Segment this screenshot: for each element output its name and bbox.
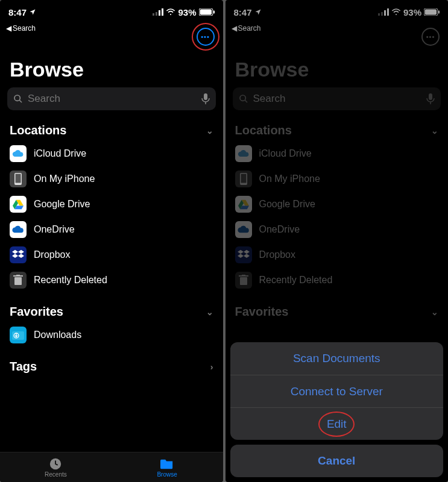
more-button[interactable]: ••• (197, 28, 215, 46)
row-recently-deleted[interactable]: Recently Deleted (0, 268, 223, 293)
row-label: Downloads (34, 330, 81, 340)
back-chevron-icon: ◀ (6, 24, 11, 33)
sheet-label: Scan Documents (293, 352, 380, 365)
folder-icon (160, 457, 174, 471)
sheet-label: Cancel (318, 454, 355, 468)
locations-title: Locations (10, 124, 66, 137)
row-google-drive[interactable]: Google Drive (0, 192, 223, 217)
tab-bar: Recents Browse (0, 452, 223, 482)
sheet-connect-to-server[interactable]: Connect to Server (230, 375, 444, 407)
battery-text: 93% (178, 7, 196, 17)
row-label: Recently Deleted (34, 275, 107, 286)
ellipsis-icon: ••• (201, 33, 210, 40)
row-label: Google Drive (34, 199, 90, 210)
svg-rect-10 (204, 93, 207, 100)
svg-marker-19 (12, 254, 18, 258)
svg-rect-6 (200, 10, 212, 15)
status-time: 8:47 (8, 7, 27, 17)
svg-rect-2 (159, 10, 160, 16)
row-icloud-drive[interactable]: iCloud Drive (0, 141, 223, 166)
svg-rect-3 (162, 8, 163, 16)
location-icon (29, 8, 36, 16)
row-downloads[interactable]: Downloads (0, 322, 223, 348)
svg-marker-20 (18, 254, 24, 258)
svg-rect-21 (14, 277, 22, 285)
phone-right: 8:47 93% ◀ Search ••• Browse Locations ⌄… (226, 0, 449, 482)
clock-icon (49, 457, 62, 471)
tags-title: Tags (10, 360, 37, 374)
row-label: iCloud Drive (34, 148, 86, 159)
sheet-cancel[interactable]: Cancel (230, 445, 444, 477)
chevron-down-icon: ⌄ (206, 126, 213, 136)
favorites-header[interactable]: Favorites ⌄ (0, 300, 223, 322)
chevron-down-icon: ⌄ (206, 307, 213, 317)
back-to-search[interactable]: ◀ Search (0, 24, 223, 37)
dropbox-icon (10, 246, 27, 263)
svg-rect-13 (16, 174, 21, 183)
svg-point-8 (14, 95, 20, 101)
battery-icon (199, 8, 215, 16)
trash-icon (10, 272, 27, 289)
sheet-edit[interactable]: Edit (230, 407, 444, 440)
locations-list: iCloud Drive On My iPhone Google Drive O… (0, 141, 223, 300)
sheet-label: Connect to Server (291, 385, 383, 398)
back-label: Search (13, 24, 36, 33)
favorites-title: Favorites (10, 305, 63, 319)
onedrive-icon (10, 221, 27, 238)
row-on-my-iphone[interactable]: On My iPhone (0, 166, 223, 192)
tab-browse[interactable]: Browse (112, 452, 223, 482)
svg-point-4 (170, 14, 171, 15)
locations-header[interactable]: Locations ⌄ (0, 119, 223, 141)
google-drive-icon (10, 196, 27, 213)
tab-recents[interactable]: Recents (0, 452, 112, 482)
svg-rect-0 (153, 13, 154, 16)
chevron-right-icon: › (210, 362, 213, 372)
sheet-scan-documents[interactable]: Scan Documents (230, 342, 444, 375)
svg-rect-23 (16, 275, 20, 276)
row-label: OneDrive (34, 224, 75, 235)
favorites-list: Downloads (0, 322, 223, 355)
page-title: Browse (0, 37, 223, 87)
status-bar: 8:47 93% (0, 0, 223, 24)
row-label: Dropbox (34, 249, 70, 260)
tags-header[interactable]: Tags › (0, 355, 223, 377)
downloads-folder-icon (10, 327, 27, 343)
row-onedrive[interactable]: OneDrive (0, 217, 223, 242)
svg-marker-18 (18, 250, 24, 254)
phone-left: 8:47 93% ◀ Search ••• Browse (0, 0, 223, 482)
svg-rect-7 (213, 11, 215, 14)
search-input[interactable] (28, 93, 197, 105)
svg-line-9 (19, 100, 22, 102)
wifi-icon (166, 8, 175, 16)
search-icon (13, 94, 23, 104)
svg-rect-1 (156, 12, 157, 16)
iphone-icon (10, 171, 27, 187)
icloud-icon (10, 145, 27, 162)
row-label: On My iPhone (34, 174, 95, 184)
signal-icon (153, 8, 163, 16)
sheet-label: Edit (327, 418, 347, 431)
tab-label: Browse (157, 471, 177, 478)
search-bar[interactable] (7, 87, 216, 110)
action-sheet: Scan Documents Connect to Server Edit Ca… (230, 342, 444, 477)
tab-label: Recents (45, 471, 67, 478)
svg-marker-17 (12, 250, 18, 254)
row-dropbox[interactable]: Dropbox (0, 242, 223, 268)
sheet-actions-group: Scan Documents Connect to Server Edit (230, 342, 444, 440)
mic-icon[interactable] (201, 93, 210, 104)
